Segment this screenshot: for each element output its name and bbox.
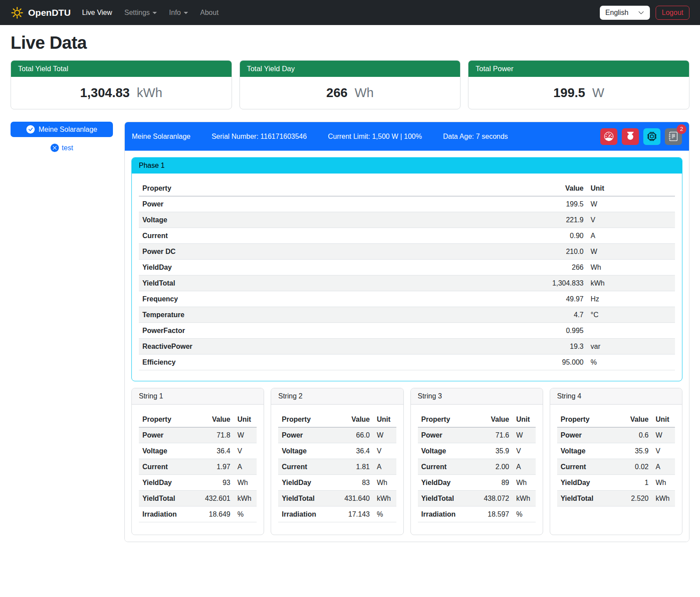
power-icon xyxy=(626,132,635,141)
journal-text-icon xyxy=(669,132,678,141)
event-count-badge: 2 xyxy=(677,124,686,134)
summary-value: 1,304.83 xyxy=(80,86,130,100)
property-unit: W xyxy=(513,427,536,443)
property-unit: Wh xyxy=(374,475,396,491)
nav-info[interactable]: Info xyxy=(169,9,188,17)
nav-links: Live View Settings Info About xyxy=(82,9,219,17)
property-unit: % xyxy=(374,507,396,522)
nav-about[interactable]: About xyxy=(200,9,219,17)
summary-card-title: Total Yield Total xyxy=(11,61,232,77)
nav-live-view[interactable]: Live View xyxy=(82,9,112,17)
page-title: Live Data xyxy=(11,33,689,53)
table-row: YieldDay 83 Wh xyxy=(278,475,396,491)
property-name: YieldTotal xyxy=(418,491,471,507)
string-table: Property Value Unit Power xyxy=(418,412,536,522)
string-table: Property Value Unit Power xyxy=(139,412,257,522)
table-row: YieldDay 266 Wh xyxy=(139,260,675,275)
sidebar-item-test[interactable]: test xyxy=(11,144,113,152)
property-unit: kWh xyxy=(587,275,675,291)
column-header-property: Property xyxy=(418,412,471,427)
string-card-title: String 4 xyxy=(550,388,682,405)
property-unit: kWh xyxy=(513,491,536,507)
summary-card: Total Yield Day 266 Wh xyxy=(239,60,461,109)
string-card: String 3 Property Value Unit xyxy=(410,388,543,535)
property-value: 35.9 xyxy=(610,443,652,459)
navbar: OpenDTU Live View Settings Info About En… xyxy=(0,0,700,25)
table-row: YieldTotal 432.601 kWh xyxy=(139,491,257,507)
table-row: YieldDay 89 Wh xyxy=(418,475,536,491)
column-header-unit: Unit xyxy=(652,412,675,427)
device-info-button[interactable] xyxy=(643,128,660,145)
summary-card-title: Total Yield Day xyxy=(240,61,461,77)
property-unit: % xyxy=(234,507,257,522)
property-value: 71.6 xyxy=(471,427,513,443)
property-value: 83 xyxy=(332,475,374,491)
table-row: Current 1.97 A xyxy=(139,459,257,475)
summary-card-value: 266 Wh xyxy=(240,77,461,109)
table-row: Voltage 35.9 V xyxy=(418,443,536,459)
property-value: 2.520 xyxy=(610,491,652,507)
brand[interactable]: OpenDTU xyxy=(11,6,71,19)
property-value: 432.601 xyxy=(192,491,234,507)
nav-settings[interactable]: Settings xyxy=(124,9,157,17)
property-name: Power xyxy=(278,427,331,443)
summary-value: 266 xyxy=(326,86,348,100)
table-row: Power 66.0 W xyxy=(278,427,396,443)
event-log-button[interactable]: 2 xyxy=(665,128,682,145)
limit-settings-button[interactable] xyxy=(600,128,617,145)
nav-right: English Logout xyxy=(600,6,689,20)
property-value: 210.0 xyxy=(526,244,587,260)
property-unit: V xyxy=(513,443,536,459)
brand-label: OpenDTU xyxy=(28,7,71,18)
logout-button[interactable]: Logout xyxy=(656,6,689,20)
table-row: PowerFactor 0.995 xyxy=(139,323,675,339)
property-unit: A xyxy=(513,459,536,475)
table-row: Irradiation 17.143 % xyxy=(278,507,396,522)
property-value: 431.640 xyxy=(332,491,374,507)
property-unit: Wh xyxy=(587,260,675,275)
language-value: English xyxy=(606,9,628,17)
string-card: String 1 Property Value Unit xyxy=(131,388,264,535)
nav-info-label: Info xyxy=(169,9,181,17)
property-value: 199.5 xyxy=(526,196,587,212)
language-select[interactable]: English xyxy=(600,6,650,20)
property-name: Voltage xyxy=(139,443,192,459)
column-header-unit: Unit xyxy=(234,412,257,427)
table-row: YieldDay 93 Wh xyxy=(139,475,257,491)
property-name: Current xyxy=(418,459,471,475)
property-unit: var xyxy=(587,339,675,355)
property-value: 1.97 xyxy=(192,459,234,475)
check-circle-icon xyxy=(26,125,35,134)
property-name: Irradiation xyxy=(418,507,471,522)
string-card: String 2 Property Value Unit xyxy=(271,388,403,535)
inverter-data-age: Data Age: 7 seconds xyxy=(443,133,508,141)
property-unit: °C xyxy=(587,307,675,323)
summary-cards: Total Yield Total 1,304.83 kWh Total Yie… xyxy=(11,60,689,109)
column-header-property: Property xyxy=(139,412,192,427)
property-unit: A xyxy=(374,459,396,475)
column-header-property: Property xyxy=(557,412,610,427)
property-name: Power xyxy=(418,427,471,443)
property-name: Efficiency xyxy=(139,355,526,370)
property-value: 95.000 xyxy=(526,355,587,370)
property-name: Frequency xyxy=(139,291,526,307)
property-unit: % xyxy=(513,507,536,522)
property-unit: V xyxy=(374,443,396,459)
property-value: 0.995 xyxy=(526,323,587,339)
sidebar-item-test-label: test xyxy=(62,144,73,152)
chevron-down-icon xyxy=(152,12,157,14)
property-name: Current xyxy=(557,459,610,475)
property-unit xyxy=(587,323,675,339)
inverter-limit: Current Limit: 1,500 W | 100% xyxy=(328,133,422,141)
table-row: Efficiency 95.000 % xyxy=(139,355,675,370)
inverter-select-button[interactable]: Meine Solaranlage xyxy=(11,122,113,137)
table-row: Voltage 221.9 V xyxy=(139,212,675,228)
property-name: Irradiation xyxy=(278,507,331,522)
table-row: Power 71.6 W xyxy=(418,427,536,443)
table-row: YieldTotal 2.520 kWh xyxy=(557,491,675,507)
property-value: 36.4 xyxy=(192,443,234,459)
property-unit: % xyxy=(587,355,675,370)
phase-table: Property Value Unit Power 199.5 xyxy=(139,181,675,370)
property-name: Power DC xyxy=(139,244,526,260)
power-button[interactable] xyxy=(622,128,639,145)
